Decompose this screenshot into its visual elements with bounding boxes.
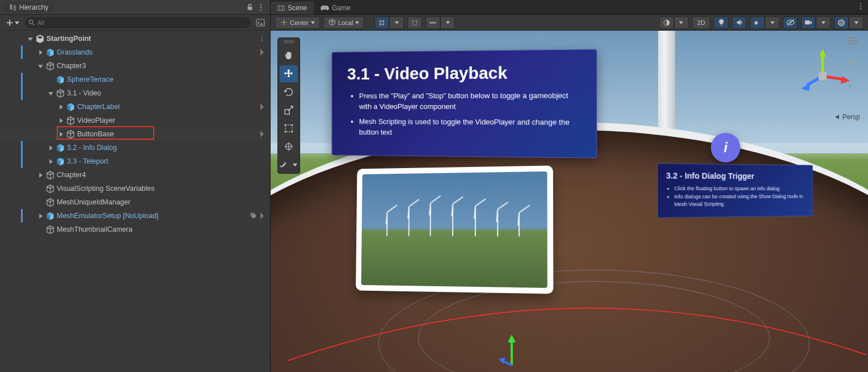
space-mode-button[interactable]: Local [323,16,364,29]
hierarchy-item[interactable]: 3.2 - Info Dialog [0,141,270,154]
svg-point-2 [260,9,262,10]
hierarchy-item[interactable]: 3.1 - Video [0,86,270,100]
orientation-gizmo[interactable]: y x 🔒 [794,48,851,105]
scene-viewport[interactable]: 3.1 - Video Playback Press the "Play" an… [271,31,868,372]
gameobject-name: ChapterLabel [77,103,120,111]
transform-gizmo[interactable] [498,331,526,371]
svg-marker-37 [801,83,810,91]
custom-tools-dropdown[interactable] [289,158,301,171]
gizmos-toggle[interactable] [834,16,849,29]
svg-text:y: y [821,48,824,48]
gameobject-icon [45,48,55,57]
info-dialog-button[interactable]: i [711,133,740,162]
hierarchy-item[interactable]: Chapter3 [0,59,270,73]
svg-point-3 [29,20,32,23]
hierarchy-item[interactable]: MeshThumbnailCamera [0,223,270,236]
move-tool[interactable] [280,65,298,82]
audio-icon [736,19,743,26]
persp-text: Persp [842,113,860,121]
svg-point-1 [260,6,262,7]
hierarchy-item[interactable]: 3.3 - Teleport [0,154,270,168]
gameobject-icon [45,198,55,207]
foldout-icon[interactable] [47,144,54,151]
gameobject-name: SphereTerrace [67,76,113,83]
fx-toggle[interactable] [750,16,765,29]
foldout-icon[interactable] [57,131,64,137]
foldout-icon[interactable] [37,212,44,219]
hierarchy-item[interactable]: VideoPlayer [0,114,270,127]
hierarchy-item[interactable]: MeshUniqueIdManager [0,195,270,209]
hierarchy-item[interactable]: Chapter4 [0,168,270,182]
hierarchy-item[interactable]: VisualScripting SceneVariables [0,182,270,195]
tab-menu-icon[interactable] [857,2,865,10]
scene-root-row[interactable]: StartingPoint [0,32,270,45]
hand-tool[interactable] [280,47,298,64]
fx-dropdown[interactable] [765,16,779,29]
gameobject-icon [56,143,65,153]
visibility-toggle[interactable] [783,16,798,29]
draw-mode-button[interactable] [659,16,674,29]
svg-point-16 [283,22,285,23]
panel-menu-icon[interactable] [255,2,267,13]
rect-tool[interactable] [280,120,298,137]
hierarchy-header: Hierarchy [0,0,270,15]
eye-off-icon [786,19,795,26]
hierarchy-item[interactable]: MeshEmulatorSetup [NoUpload] [0,209,270,223]
hierarchy-item[interactable]: ButtonBase [0,127,270,141]
hierarchy-search[interactable] [25,17,251,28]
lighting-toggle[interactable] [714,16,728,29]
snap-increment-button[interactable] [407,16,422,29]
grid-snap-button[interactable] [374,16,389,29]
kebab-icon[interactable] [259,35,266,42]
custom-tools-button[interactable] [277,158,288,171]
hierarchy-item[interactable]: Grasslands [0,45,270,59]
search-input[interactable] [37,19,247,26]
foldout-icon[interactable] [37,49,44,56]
hierarchy-item[interactable]: ChapterLabel [0,100,270,114]
foldout-icon[interactable] [47,90,54,97]
perspective-label[interactable]: Persp [835,113,860,121]
foldout-icon[interactable] [37,62,44,69]
audio-toggle[interactable] [732,16,747,29]
transform-tool[interactable] [280,138,298,155]
gizmos-dropdown[interactable] [849,16,863,29]
foldout-icon[interactable] [57,117,64,124]
foldout-icon[interactable] [37,172,44,178]
pivot-mode-button[interactable]: Center [275,16,320,29]
lightbulb-icon [718,19,725,26]
snap-settings-button[interactable] [425,16,440,29]
type-filter-button[interactable] [254,17,267,28]
search-icon [28,19,35,26]
prefab-bar [21,73,23,86]
foldout-icon[interactable] [47,158,54,165]
svg-point-0 [260,4,262,5]
toggle-2d-button[interactable]: 2D [692,16,710,29]
gameobject-icon [45,61,55,71]
camera-button[interactable] [801,16,816,29]
add-button[interactable] [3,17,22,28]
shading-icon [663,19,671,27]
svg-marker-34 [841,76,850,84]
hierarchy-item[interactable]: SphereTerrace [0,73,270,86]
overlay-menu-icon[interactable] [848,37,858,44]
gameobject-icon [66,129,75,139]
gameobject-name: 3.2 - Info Dialog [67,144,117,152]
svg-point-21 [838,21,845,23]
local-icon [328,19,336,26]
lock-icon[interactable] [244,2,255,13]
info-dialog-card: 3.2 - Info Dialog Trigger Click the floa… [657,163,812,218]
grid-snap-dropdown[interactable] [389,16,404,29]
foldout-icon[interactable] [57,103,64,110]
hierarchy-tab[interactable]: Hierarchy [3,2,54,12]
scene-panel: Scene Game Center Local [271,0,868,372]
scale-tool[interactable] [280,102,298,119]
palette-grip[interactable] [284,40,294,44]
foldout-icon[interactable] [27,35,33,42]
camera-dropdown[interactable] [816,16,831,29]
snap-settings-dropdown[interactable] [440,16,455,29]
tab-scene[interactable]: Scene [271,2,314,14]
svg-point-15 [860,8,861,9]
draw-mode-dropdown[interactable] [674,16,689,29]
rotate-tool[interactable] [280,83,298,101]
tab-game[interactable]: Game [314,2,357,14]
